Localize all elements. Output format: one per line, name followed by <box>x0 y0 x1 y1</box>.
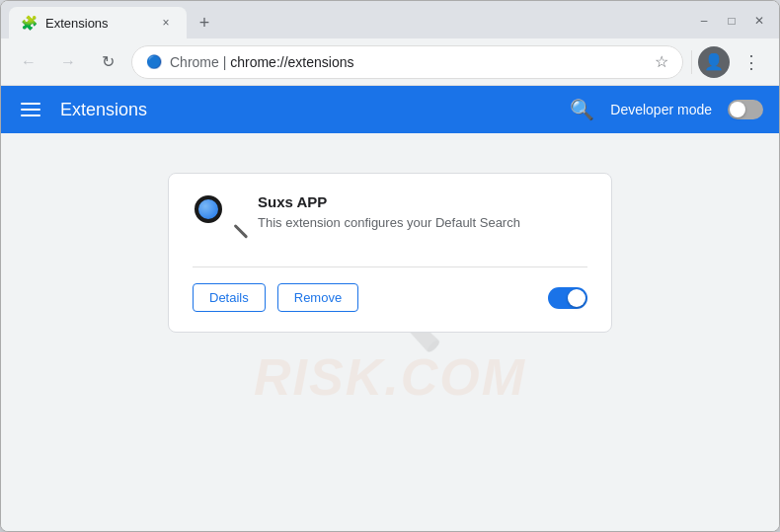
extensions-page-title: Extensions <box>60 100 554 120</box>
remove-button[interactable]: Remove <box>277 283 358 312</box>
active-tab[interactable]: 🧩 Extensions × <box>9 7 187 38</box>
extension-enable-toggle[interactable] <box>548 287 587 309</box>
tab-close-button[interactable]: × <box>157 14 175 32</box>
hamburger-line-1 <box>21 103 40 105</box>
browser-window: 🧩 Extensions × + – □ ✕ ← → ↻ 🔵 Chrome | … <box>0 0 780 532</box>
extension-card-bottom: Details Remove <box>193 283 587 312</box>
extension-card-top: Suxs APP This extension configures your … <box>193 193 587 243</box>
back-button[interactable]: ← <box>13 46 44 78</box>
developer-mode-label: Developer mode <box>610 102 712 117</box>
magnifier-glass <box>195 195 222 223</box>
nav-bar: ← → ↻ 🔵 Chrome | chrome://extensions ☆ 👤… <box>1 38 779 86</box>
main-content: 🔍 RISK.COM Suxs APP This extension confi… <box>1 133 779 531</box>
new-tab-button[interactable]: + <box>191 9 218 37</box>
chrome-menu-button[interactable]: ⋮ <box>736 46 767 78</box>
forward-button[interactable]: → <box>52 46 84 78</box>
magnifier-handle <box>233 224 248 239</box>
watermark-text: RISK.COM <box>254 347 526 407</box>
tab-strip: 🧩 Extensions × + <box>9 7 692 38</box>
tab-favicon: 🧩 <box>21 15 38 31</box>
maximize-button[interactable]: □ <box>720 9 743 33</box>
address-path: chrome://extensions <box>230 54 353 70</box>
close-button[interactable]: ✕ <box>747 9 771 33</box>
address-bar[interactable]: 🔵 Chrome | chrome://extensions ☆ <box>131 45 683 79</box>
tab-title: Extensions <box>45 16 149 31</box>
profile-icon: 👤 <box>704 52 724 71</box>
site-security-icon: 🔵 <box>146 54 162 69</box>
title-bar: 🧩 Extensions × + – □ ✕ <box>1 1 779 38</box>
extension-card: Suxs APP This extension configures your … <box>168 173 612 333</box>
profile-button[interactable]: 👤 <box>698 46 730 78</box>
hamburger-menu-button[interactable] <box>17 99 44 120</box>
address-text: Chrome | chrome://extensions <box>170 54 647 70</box>
nav-right-controls: 👤 ⋮ <box>691 46 767 78</box>
details-button[interactable]: Details <box>193 283 266 312</box>
hamburger-line-3 <box>21 114 40 116</box>
address-chrome: Chrome <box>170 54 219 70</box>
developer-mode-toggle[interactable] <box>728 100 763 119</box>
magnifier-icon <box>193 193 242 243</box>
card-separator <box>193 266 587 267</box>
extension-icon <box>193 193 242 243</box>
search-extensions-button[interactable]: 🔍 <box>570 98 594 121</box>
extension-description: This extension configures your Default S… <box>258 214 587 232</box>
bookmark-button[interactable]: ☆ <box>655 52 668 71</box>
separator-line <box>691 50 692 74</box>
minimize-button[interactable]: – <box>692 9 716 33</box>
extensions-header: Extensions 🔍 Developer mode <box>1 86 779 133</box>
reload-button[interactable]: ↻ <box>92 46 123 78</box>
extension-info: Suxs APP This extension configures your … <box>258 193 587 232</box>
hamburger-line-2 <box>21 109 40 111</box>
extension-name: Suxs APP <box>258 193 587 210</box>
window-controls: – □ ✕ <box>692 9 771 33</box>
